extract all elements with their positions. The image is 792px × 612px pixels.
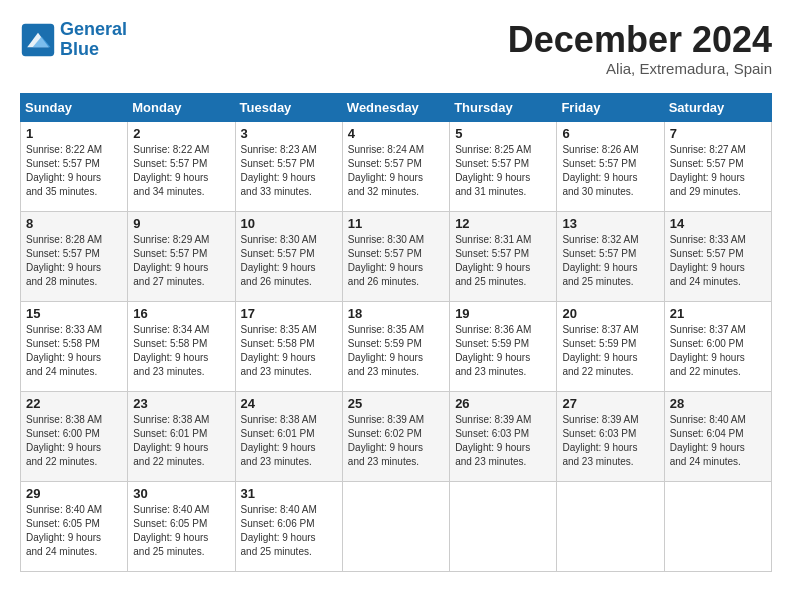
day-number: 7 (670, 126, 766, 141)
day-number: 19 (455, 306, 551, 321)
calendar-cell: 27Sunrise: 8:39 AM Sunset: 6:03 PM Dayli… (557, 391, 664, 481)
weekday-header-thursday: Thursday (450, 93, 557, 121)
day-content: Sunrise: 8:34 AM Sunset: 5:58 PM Dayligh… (133, 323, 229, 379)
day-number: 15 (26, 306, 122, 321)
logo-text: General Blue (60, 20, 127, 60)
day-number: 29 (26, 486, 122, 501)
day-number: 13 (562, 216, 658, 231)
day-number: 16 (133, 306, 229, 321)
calendar-cell: 22Sunrise: 8:38 AM Sunset: 6:00 PM Dayli… (21, 391, 128, 481)
day-number: 22 (26, 396, 122, 411)
calendar-cell: 20Sunrise: 8:37 AM Sunset: 5:59 PM Dayli… (557, 301, 664, 391)
day-content: Sunrise: 8:27 AM Sunset: 5:57 PM Dayligh… (670, 143, 766, 199)
day-content: Sunrise: 8:30 AM Sunset: 5:57 PM Dayligh… (241, 233, 337, 289)
calendar-cell: 9Sunrise: 8:29 AM Sunset: 5:57 PM Daylig… (128, 211, 235, 301)
day-number: 5 (455, 126, 551, 141)
calendar-cell: 6Sunrise: 8:26 AM Sunset: 5:57 PM Daylig… (557, 121, 664, 211)
day-number: 10 (241, 216, 337, 231)
day-content: Sunrise: 8:22 AM Sunset: 5:57 PM Dayligh… (26, 143, 122, 199)
calendar-cell: 24Sunrise: 8:38 AM Sunset: 6:01 PM Dayli… (235, 391, 342, 481)
day-number: 11 (348, 216, 444, 231)
day-content: Sunrise: 8:24 AM Sunset: 5:57 PM Dayligh… (348, 143, 444, 199)
calendar-cell: 23Sunrise: 8:38 AM Sunset: 6:01 PM Dayli… (128, 391, 235, 481)
calendar-cell: 5Sunrise: 8:25 AM Sunset: 5:57 PM Daylig… (450, 121, 557, 211)
calendar-cell: 11Sunrise: 8:30 AM Sunset: 5:57 PM Dayli… (342, 211, 449, 301)
day-number: 4 (348, 126, 444, 141)
calendar-cell: 13Sunrise: 8:32 AM Sunset: 5:57 PM Dayli… (557, 211, 664, 301)
weekday-header-saturday: Saturday (664, 93, 771, 121)
day-content: Sunrise: 8:39 AM Sunset: 6:02 PM Dayligh… (348, 413, 444, 469)
weekday-header-friday: Friday (557, 93, 664, 121)
calendar-cell: 31Sunrise: 8:40 AM Sunset: 6:06 PM Dayli… (235, 481, 342, 571)
day-number: 20 (562, 306, 658, 321)
calendar-cell: 15Sunrise: 8:33 AM Sunset: 5:58 PM Dayli… (21, 301, 128, 391)
calendar-cell: 17Sunrise: 8:35 AM Sunset: 5:58 PM Dayli… (235, 301, 342, 391)
calendar-cell: 14Sunrise: 8:33 AM Sunset: 5:57 PM Dayli… (664, 211, 771, 301)
calendar-cell: 10Sunrise: 8:30 AM Sunset: 5:57 PM Dayli… (235, 211, 342, 301)
day-content: Sunrise: 8:30 AM Sunset: 5:57 PM Dayligh… (348, 233, 444, 289)
calendar-cell: 2Sunrise: 8:22 AM Sunset: 5:57 PM Daylig… (128, 121, 235, 211)
calendar-week-row: 29Sunrise: 8:40 AM Sunset: 6:05 PM Dayli… (21, 481, 772, 571)
header: General Blue December 2024 Alia, Extrema… (20, 20, 772, 77)
day-content: Sunrise: 8:26 AM Sunset: 5:57 PM Dayligh… (562, 143, 658, 199)
calendar-week-row: 8Sunrise: 8:28 AM Sunset: 5:57 PM Daylig… (21, 211, 772, 301)
weekday-header-tuesday: Tuesday (235, 93, 342, 121)
day-content: Sunrise: 8:40 AM Sunset: 6:05 PM Dayligh… (26, 503, 122, 559)
calendar-cell: 16Sunrise: 8:34 AM Sunset: 5:58 PM Dayli… (128, 301, 235, 391)
day-content: Sunrise: 8:38 AM Sunset: 6:01 PM Dayligh… (241, 413, 337, 469)
calendar-week-row: 15Sunrise: 8:33 AM Sunset: 5:58 PM Dayli… (21, 301, 772, 391)
day-number: 25 (348, 396, 444, 411)
calendar-cell: 12Sunrise: 8:31 AM Sunset: 5:57 PM Dayli… (450, 211, 557, 301)
day-content: Sunrise: 8:31 AM Sunset: 5:57 PM Dayligh… (455, 233, 551, 289)
day-number: 30 (133, 486, 229, 501)
day-content: Sunrise: 8:33 AM Sunset: 5:57 PM Dayligh… (670, 233, 766, 289)
day-content: Sunrise: 8:32 AM Sunset: 5:57 PM Dayligh… (562, 233, 658, 289)
location-subtitle: Alia, Extremadura, Spain (508, 60, 772, 77)
calendar-cell (342, 481, 449, 571)
calendar-cell (450, 481, 557, 571)
calendar-cell: 26Sunrise: 8:39 AM Sunset: 6:03 PM Dayli… (450, 391, 557, 481)
day-number: 2 (133, 126, 229, 141)
day-number: 26 (455, 396, 551, 411)
day-content: Sunrise: 8:38 AM Sunset: 6:01 PM Dayligh… (133, 413, 229, 469)
calendar-week-row: 22Sunrise: 8:38 AM Sunset: 6:00 PM Dayli… (21, 391, 772, 481)
calendar-week-row: 1Sunrise: 8:22 AM Sunset: 5:57 PM Daylig… (21, 121, 772, 211)
calendar-cell: 25Sunrise: 8:39 AM Sunset: 6:02 PM Dayli… (342, 391, 449, 481)
day-number: 6 (562, 126, 658, 141)
calendar-table: SundayMondayTuesdayWednesdayThursdayFrid… (20, 93, 772, 572)
day-content: Sunrise: 8:28 AM Sunset: 5:57 PM Dayligh… (26, 233, 122, 289)
day-content: Sunrise: 8:40 AM Sunset: 6:06 PM Dayligh… (241, 503, 337, 559)
calendar-cell: 28Sunrise: 8:40 AM Sunset: 6:04 PM Dayli… (664, 391, 771, 481)
calendar-cell: 18Sunrise: 8:35 AM Sunset: 5:59 PM Dayli… (342, 301, 449, 391)
day-content: Sunrise: 8:37 AM Sunset: 5:59 PM Dayligh… (562, 323, 658, 379)
logo-icon (20, 22, 56, 58)
weekday-header-row: SundayMondayTuesdayWednesdayThursdayFrid… (21, 93, 772, 121)
day-number: 27 (562, 396, 658, 411)
day-number: 17 (241, 306, 337, 321)
day-number: 18 (348, 306, 444, 321)
calendar-cell: 8Sunrise: 8:28 AM Sunset: 5:57 PM Daylig… (21, 211, 128, 301)
logo: General Blue (20, 20, 127, 60)
day-content: Sunrise: 8:39 AM Sunset: 6:03 PM Dayligh… (455, 413, 551, 469)
calendar-cell: 29Sunrise: 8:40 AM Sunset: 6:05 PM Dayli… (21, 481, 128, 571)
calendar-cell: 3Sunrise: 8:23 AM Sunset: 5:57 PM Daylig… (235, 121, 342, 211)
day-number: 28 (670, 396, 766, 411)
day-content: Sunrise: 8:40 AM Sunset: 6:04 PM Dayligh… (670, 413, 766, 469)
calendar-cell: 7Sunrise: 8:27 AM Sunset: 5:57 PM Daylig… (664, 121, 771, 211)
day-number: 8 (26, 216, 122, 231)
day-content: Sunrise: 8:37 AM Sunset: 6:00 PM Dayligh… (670, 323, 766, 379)
calendar-cell: 4Sunrise: 8:24 AM Sunset: 5:57 PM Daylig… (342, 121, 449, 211)
day-number: 12 (455, 216, 551, 231)
weekday-header-sunday: Sunday (21, 93, 128, 121)
day-content: Sunrise: 8:25 AM Sunset: 5:57 PM Dayligh… (455, 143, 551, 199)
day-number: 24 (241, 396, 337, 411)
weekday-header-wednesday: Wednesday (342, 93, 449, 121)
day-number: 9 (133, 216, 229, 231)
calendar-cell: 19Sunrise: 8:36 AM Sunset: 5:59 PM Dayli… (450, 301, 557, 391)
day-content: Sunrise: 8:38 AM Sunset: 6:00 PM Dayligh… (26, 413, 122, 469)
calendar-cell: 30Sunrise: 8:40 AM Sunset: 6:05 PM Dayli… (128, 481, 235, 571)
month-title: December 2024 (508, 20, 772, 60)
day-number: 31 (241, 486, 337, 501)
calendar-cell: 1Sunrise: 8:22 AM Sunset: 5:57 PM Daylig… (21, 121, 128, 211)
day-content: Sunrise: 8:35 AM Sunset: 5:59 PM Dayligh… (348, 323, 444, 379)
